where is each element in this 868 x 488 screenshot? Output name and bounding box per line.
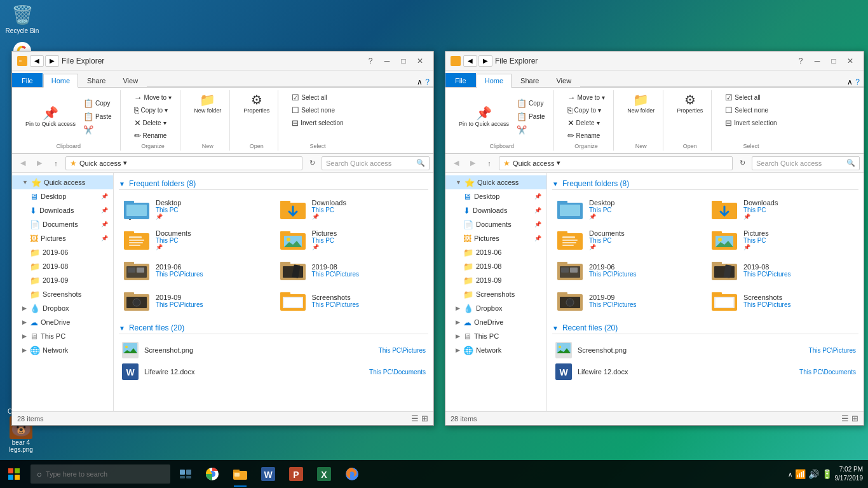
move-to-btn-left[interactable]: → Move to ▾ — [131, 92, 175, 104]
help-button-left[interactable]: ? — [362, 54, 379, 68]
tab-home-right[interactable]: Home — [477, 74, 512, 88]
sidebar-quick-access-right[interactable]: ▼ ⭐ Quick access — [445, 175, 546, 189]
select-none-btn-left[interactable]: ☐ Select none — [288, 104, 346, 116]
sidebar-desktop-right[interactable]: 🖥 Desktop 📌 — [445, 189, 546, 203]
back-btn-left[interactable]: ◀ — [16, 156, 30, 170]
sidebar-network-right[interactable]: ▶ 🌐 Network — [445, 343, 546, 357]
list-view-icon-left[interactable]: ☰ — [411, 414, 419, 423]
folder-2019-09-right[interactable]: 2019-09 This PC\Pictures — [552, 287, 704, 315]
sidebar-2019-08-right[interactable]: 📁 2019-08 — [445, 259, 546, 273]
folder-2019-08-left[interactable]: 2019-08 This PC\Pictures — [275, 256, 429, 284]
address-path-left[interactable]: ★ Quick access ▾ — [65, 156, 302, 170]
tray-battery-icon[interactable]: 🔋 — [822, 469, 832, 479]
taskbar-app-word[interactable]: W — [254, 460, 282, 488]
sidebar-2019-06-right[interactable]: 📁 2019-06 — [445, 245, 546, 259]
folder-desktop-right[interactable]: Desktop This PC 📌 — [552, 195, 704, 223]
select-none-btn-right[interactable]: ☐ Select none — [722, 104, 780, 116]
sidebar-screenshots-left[interactable]: 📁 Screenshots — [12, 287, 113, 301]
up-btn-right[interactable]: ↑ — [482, 156, 496, 170]
ribbon-collapse-left[interactable]: ∧ — [417, 78, 423, 86]
close-button-left[interactable]: ✕ — [412, 54, 428, 68]
sidebar-this-pc-right[interactable]: ▶ 🖥 This PC — [445, 329, 546, 343]
minimize-button-left[interactable]: ─ — [379, 54, 395, 68]
copy-to-btn-left[interactable]: ⎘ Copy to ▾ — [131, 104, 175, 116]
folder-2019-06-left[interactable]: 2019-06 This PC\Pictures — [119, 256, 273, 284]
taskbar-app-excel[interactable]: X — [310, 460, 338, 488]
select-all-btn-left[interactable]: ☑ Select all — [288, 92, 346, 104]
frequent-header-right[interactable]: ▼ Frequent folders (8) — [552, 178, 858, 190]
tray-volume-icon[interactable]: 🔊 — [808, 469, 819, 479]
tab-view-left[interactable]: View — [114, 73, 146, 87]
minimize-button-right[interactable]: ─ — [809, 54, 825, 68]
taskbar-app-powerpoint[interactable]: P — [282, 460, 310, 488]
paste-btn-left[interactable]: 📋 Paste — [80, 111, 115, 123]
properties-btn-left[interactable]: ⚙ Properties — [240, 92, 273, 116]
sidebar-2019-09-left[interactable]: 📁 2019-09 — [12, 273, 113, 287]
tab-file-right[interactable]: File — [445, 73, 476, 87]
forward-btn-right[interactable]: ▶ — [466, 156, 480, 170]
paste-btn-right[interactable]: 📋 Paste — [513, 111, 548, 123]
search-box-left[interactable]: Search Quick access 🔍 — [322, 156, 430, 170]
forward-btn-left[interactable]: ▶ — [32, 156, 46, 170]
folder-downloads-left[interactable]: Downloads This PC 📌 — [275, 195, 429, 223]
sidebar-downloads-left[interactable]: ⬇ Downloads 📌 — [12, 203, 113, 217]
folder-2019-09-left[interactable]: 2019-09 This PC\Pictures — [119, 287, 273, 315]
start-button[interactable] — [0, 460, 28, 488]
ribbon-help-right[interactable]: ? — [855, 78, 860, 86]
copy-to-btn-right[interactable]: ⎘ Copy to ▾ — [564, 104, 609, 116]
recent-file-screenshot-right[interactable]: Screenshot.png This PC\Pictures — [552, 339, 858, 361]
sidebar-downloads-right[interactable]: ⬇ Downloads 📌 — [445, 203, 546, 217]
taskbar-app-file-explorer[interactable] — [226, 460, 254, 488]
folder-screenshots-left[interactable]: Screenshots This PC\Pictures — [275, 287, 429, 315]
sidebar-2019-08-left[interactable]: 📁 2019-08 — [12, 259, 113, 273]
select-all-btn-right[interactable]: ☑ Select all — [722, 92, 780, 104]
sidebar-quick-access-left[interactable]: ▼ ⭐ Quick access — [12, 175, 113, 189]
rename-btn-right[interactable]: ✏ Rename — [564, 130, 609, 142]
tray-expand-icon[interactable]: ∧ — [788, 471, 792, 478]
frequent-header-left[interactable]: ▼ Frequent folders (8) — [119, 178, 428, 190]
maximize-button-right[interactable]: □ — [825, 54, 842, 68]
copy-btn-right[interactable]: 📋 Copy — [513, 97, 548, 109]
invert-selection-btn-right[interactable]: ⊟ Invert selection — [722, 117, 780, 129]
taskbar-search-box[interactable]: ○ — [31, 464, 170, 484]
recent-header-right[interactable]: ▼ Recent files (20) — [552, 322, 858, 334]
tray-network-icon[interactable]: 📶 — [795, 469, 806, 479]
title-arrow-right-right[interactable]: ▶ — [478, 55, 492, 67]
refresh-btn-right[interactable]: ↻ — [735, 156, 749, 170]
sidebar-documents-right[interactable]: 📄 Documents 📌 — [445, 217, 546, 231]
tab-share-right[interactable]: Share — [512, 73, 547, 87]
close-button-right[interactable]: ✕ — [842, 54, 858, 68]
folder-2019-08-right[interactable]: 2019-08 This PC\Pictures — [707, 256, 858, 284]
task-view-btn[interactable] — [173, 460, 198, 488]
new-folder-btn-left[interactable]: 📁 New folder — [191, 92, 224, 116]
recent-file-screenshot-left[interactable]: Screenshot.png This PC\Pictures — [119, 339, 428, 361]
folder-downloads-right[interactable]: Downloads This PC 📌 — [707, 195, 858, 223]
copy-btn-left[interactable]: 📋 Copy — [80, 97, 115, 109]
grid-view-icon-left[interactable]: ⊞ — [421, 414, 428, 423]
sidebar-this-pc-left[interactable]: ▶ 🖥 This PC — [12, 329, 113, 343]
sidebar-2019-09-right[interactable]: 📁 2019-09 — [445, 273, 546, 287]
sidebar-desktop-left[interactable]: 🖥 Desktop 📌 — [12, 189, 113, 203]
taskbar-app-chrome[interactable] — [198, 460, 226, 488]
tab-home-left[interactable]: Home — [43, 74, 78, 88]
properties-btn-right[interactable]: ⚙ Properties — [674, 92, 706, 116]
taskbar-search-input[interactable] — [46, 470, 160, 478]
recent-header-left[interactable]: ▼ Recent files (20) — [119, 322, 428, 334]
tab-view-right[interactable]: View — [548, 73, 580, 87]
back-btn-right[interactable]: ◀ — [449, 156, 463, 170]
sidebar-pictures-left[interactable]: 🖼 Pictures 📌 — [12, 231, 113, 245]
recent-file-lifewire-left[interactable]: W Lifewire 12.docx This PC\Documents — [119, 361, 428, 383]
maximize-button-left[interactable]: □ — [395, 54, 412, 68]
invert-selection-btn-left[interactable]: ⊟ Invert selection — [288, 117, 346, 129]
sidebar-screenshots-right[interactable]: 📁 Screenshots — [445, 287, 546, 301]
folder-documents-right[interactable]: Documents This PC 📌 — [552, 226, 704, 254]
title-arrow-right[interactable]: ▶ — [45, 55, 59, 67]
sidebar-pictures-right[interactable]: 🖼 Pictures 📌 — [445, 231, 546, 245]
folder-2019-06-right[interactable]: 2019-06 This PC\Pictures — [552, 256, 704, 284]
folder-documents-left[interactable]: Documents This PC 📌 — [119, 226, 273, 254]
list-view-icon-right[interactable]: ☰ — [841, 414, 849, 423]
address-path-right[interactable]: ★ Quick access ▾ — [499, 156, 733, 170]
taskbar-app-firefox[interactable] — [338, 460, 366, 488]
recent-file-lifewire-right[interactable]: W Lifewire 12.docx This PC\Documents — [552, 361, 858, 383]
new-folder-btn-right[interactable]: 📁 New folder — [624, 92, 658, 116]
